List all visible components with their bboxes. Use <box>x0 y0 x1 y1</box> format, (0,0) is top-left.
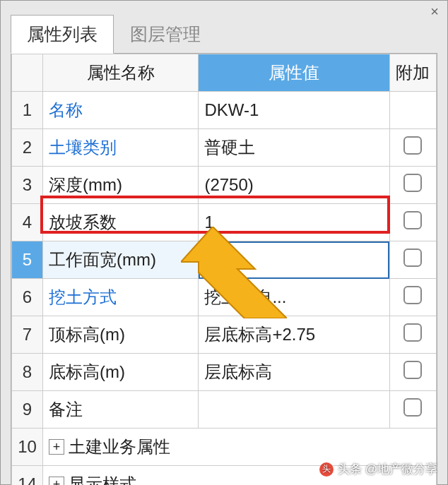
property-name: 底标高(m) <box>43 354 199 391</box>
attach-cell <box>389 92 436 129</box>
property-name[interactable]: 土壤类别 <box>43 129 199 167</box>
property-value[interactable]: 层底标高 <box>199 354 389 391</box>
property-name: 工作面宽(mm) <box>43 241 199 279</box>
property-value[interactable]: 普硬土 <box>199 129 389 167</box>
checkbox[interactable] <box>403 323 422 342</box>
table-row[interactable]: 1名称DKW-1 <box>12 92 437 129</box>
header-name[interactable]: 属性名称 <box>43 54 199 92</box>
expandable-group[interactable]: +土建业务属性 <box>43 429 437 466</box>
properties-panel: × 属性列表 图层管理 属性名称 属性值 附加 1名称DKW-12土壤类别普硬土… <box>0 0 448 485</box>
property-name[interactable]: 挖土方式 <box>43 279 199 316</box>
row-number[interactable]: 5 <box>12 241 43 279</box>
property-table-wrap: 属性名称 属性值 附加 1名称DKW-12土壤类别普硬土3深度(mm)(2750… <box>11 53 437 485</box>
table-row[interactable]: 10+土建业务属性 <box>12 429 437 466</box>
header-value[interactable]: 属性值 <box>199 54 389 92</box>
watermark-icon: 头 <box>319 462 334 477</box>
property-value[interactable]: 层底标高+2.75 <box>199 316 389 354</box>
tab-layer-management[interactable]: 图层管理 <box>114 15 217 54</box>
group-label: 土建业务属性 <box>69 436 170 458</box>
property-value[interactable]: 1 <box>199 204 389 241</box>
table-row[interactable]: 7顶标高(m)层底标高+2.75 <box>12 316 437 354</box>
property-value[interactable]: 挖土、自... <box>199 279 389 316</box>
tab-bar: 属性列表 图层管理 <box>1 1 447 54</box>
table-row[interactable]: 8底标高(m)层底标高 <box>12 354 437 391</box>
checkbox[interactable] <box>403 211 422 229</box>
attach-cell[interactable] <box>389 391 436 429</box>
table-row[interactable]: 6挖土方式挖土、自... <box>12 279 437 316</box>
checkbox[interactable] <box>403 174 422 192</box>
table-row[interactable]: 2土壤类别普硬土 <box>12 129 437 167</box>
group-label: 显示样式 <box>69 473 136 485</box>
attach-cell[interactable] <box>389 167 436 204</box>
checkbox[interactable] <box>403 136 422 155</box>
row-number[interactable]: 4 <box>12 204 43 241</box>
row-number[interactable]: 2 <box>12 129 43 167</box>
attach-cell[interactable] <box>389 354 436 391</box>
row-number[interactable]: 9 <box>12 391 43 429</box>
property-value[interactable] <box>199 241 389 279</box>
row-number[interactable]: 1 <box>12 92 43 129</box>
watermark-text: 头条 @地产微分享 <box>338 461 437 477</box>
property-value[interactable]: DKW-1 <box>199 92 389 129</box>
table-row[interactable]: 5工作面宽(mm) <box>12 241 437 279</box>
row-number[interactable]: 10 <box>12 429 43 466</box>
checkbox[interactable] <box>403 286 422 304</box>
property-name: 放坡系数 <box>43 204 199 241</box>
row-number[interactable]: 6 <box>12 279 43 316</box>
expand-icon[interactable]: + <box>49 439 64 455</box>
property-name: 顶标高(m) <box>43 316 199 354</box>
row-number[interactable]: 3 <box>12 167 43 204</box>
row-number[interactable]: 8 <box>12 354 43 391</box>
header-add[interactable]: 附加 <box>389 54 436 92</box>
row-number[interactable]: 14 <box>12 466 43 486</box>
checkbox[interactable] <box>403 361 422 379</box>
property-value[interactable] <box>199 391 389 429</box>
property-name: 深度(mm) <box>43 167 199 204</box>
attach-cell[interactable] <box>389 316 436 354</box>
checkbox[interactable] <box>403 249 422 267</box>
property-value[interactable]: (2750) <box>199 167 389 204</box>
attach-cell[interactable] <box>389 129 436 167</box>
watermark: 头 头条 @地产微分享 <box>319 461 437 477</box>
row-number[interactable]: 7 <box>12 316 43 354</box>
checkbox[interactable] <box>403 398 422 417</box>
table-row[interactable]: 9备注 <box>12 391 437 429</box>
header-blank <box>12 54 43 92</box>
property-name[interactable]: 名称 <box>43 92 199 129</box>
attach-cell[interactable] <box>389 279 436 316</box>
attach-cell[interactable] <box>389 241 436 279</box>
close-icon[interactable]: × <box>430 4 439 20</box>
attach-cell[interactable] <box>389 204 436 241</box>
property-table: 属性名称 属性值 附加 1名称DKW-12土壤类别普硬土3深度(mm)(2750… <box>11 54 437 485</box>
tab-property-list[interactable]: 属性列表 <box>11 15 114 54</box>
table-row[interactable]: 3深度(mm)(2750) <box>12 167 437 204</box>
table-row[interactable]: 4放坡系数1 <box>12 204 437 241</box>
table-header-row: 属性名称 属性值 附加 <box>12 54 437 92</box>
property-name: 备注 <box>43 391 199 429</box>
expand-icon[interactable]: + <box>49 477 64 485</box>
